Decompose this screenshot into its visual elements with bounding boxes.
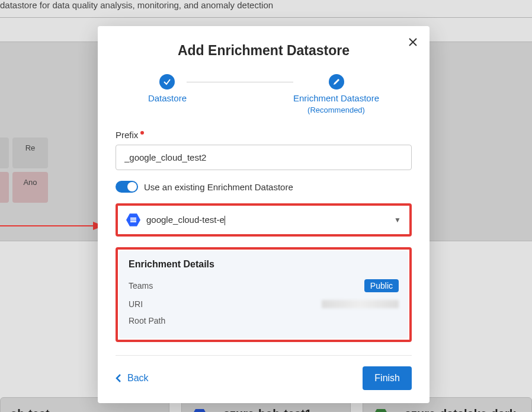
check-icon — [159, 74, 175, 90]
step-connector — [187, 82, 293, 82]
details-row-root-path: Root Path — [129, 312, 399, 329]
close-button[interactable] — [408, 37, 418, 49]
modal-title: Add Enrichment Datastore — [116, 43, 412, 59]
datastore-type-icon — [126, 213, 140, 227]
enrichment-datastore-select[interactable]: google_cloud-test-e ▼ — [119, 207, 408, 233]
required-indicator-icon — [140, 131, 144, 135]
redacted-value — [322, 300, 399, 308]
stepper: Datastore Enrichment Datastore (Recommen… — [116, 74, 412, 114]
details-row-teams: Teams Public — [129, 276, 399, 296]
pencil-icon — [329, 74, 344, 90]
step-enrichment[interactable]: Enrichment Datastore (Recommended) — [293, 74, 379, 114]
prefix-label: Prefix — [116, 130, 412, 140]
toggle-label: Use an existing Enrichment Datastore — [144, 182, 293, 192]
divider — [116, 355, 412, 356]
prefix-input[interactable] — [116, 145, 412, 170]
add-enrichment-modal: Add Enrichment Datastore Datastore Enric… — [98, 26, 430, 403]
enrichment-details-panel: Enrichment Details Teams Public URI Root… — [119, 251, 408, 338]
details-title: Enrichment Details — [129, 259, 399, 270]
step-subtext: (Recommended) — [307, 106, 365, 114]
step-label: Datastore — [148, 93, 187, 103]
chevron-left-icon — [116, 374, 121, 382]
select-value: google_cloud-test-e — [146, 215, 388, 225]
public-badge: Public — [364, 279, 399, 292]
use-existing-toggle[interactable] — [116, 181, 138, 193]
finish-button[interactable]: Finish — [363, 366, 412, 390]
chevron-down-icon: ▼ — [394, 216, 401, 224]
details-row-uri: URI — [129, 296, 399, 312]
step-label: Enrichment Datastore — [293, 93, 379, 103]
annotation-highlight: google_cloud-test-e ▼ — [116, 203, 412, 237]
step-datastore[interactable]: Datastore — [148, 74, 187, 103]
annotation-highlight: Enrichment Details Teams Public URI Root… — [116, 247, 412, 342]
back-button[interactable]: Back — [116, 373, 149, 384]
close-icon — [408, 37, 418, 47]
